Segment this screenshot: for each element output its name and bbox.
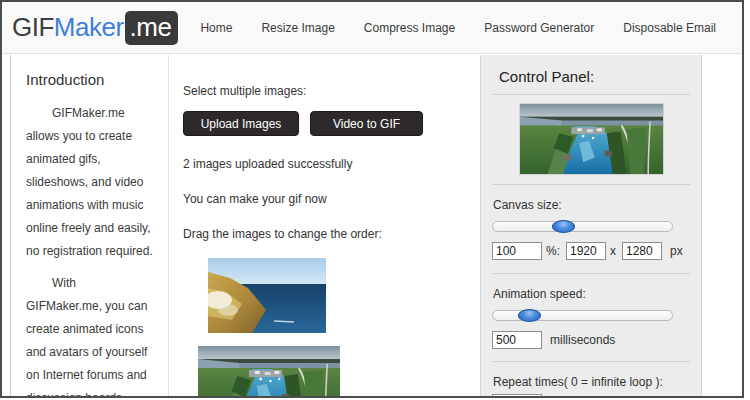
- speed-milliseconds-input[interactable]: [492, 331, 542, 349]
- nav-disposable-email[interactable]: Disposable Email: [623, 21, 716, 35]
- control-panel-title: Control Panel:: [499, 68, 690, 85]
- canvas-size-inputs: %: x px: [492, 242, 690, 260]
- main-nav: Home Resize Image Compress Image Passwor…: [200, 21, 744, 35]
- upload-buttons-row: Upload Images Video to GIF: [183, 111, 480, 136]
- animation-speed-slider[interactable]: [492, 310, 673, 321]
- times-x-label: x: [610, 244, 616, 258]
- browser-window: GIFMaker.me Home Resize Image Compress I…: [0, 0, 744, 398]
- select-images-label: Select multiple images:: [183, 84, 480, 98]
- logo-part-maker: Maker: [54, 12, 124, 42]
- px-label: px: [670, 244, 683, 258]
- times-label: times: [550, 396, 579, 398]
- logo-part-me: .me: [125, 11, 179, 45]
- repeat-times-input[interactable]: [492, 394, 542, 398]
- gif-preview-image: [519, 103, 664, 175]
- control-panel: Control Panel: Ca: [480, 55, 702, 398]
- divider: [492, 273, 690, 274]
- nav-compress-image[interactable]: Compress Image: [364, 21, 455, 35]
- canvas-size-slider[interactable]: [492, 221, 673, 232]
- canvas-size-label: Canvas size:: [493, 198, 690, 212]
- video-to-gif-button[interactable]: Video to GIF: [310, 111, 423, 136]
- animation-speed-label: Animation speed:: [493, 287, 690, 301]
- logo-part-gif: GIF: [12, 12, 54, 42]
- thumbnail-coastal-cliff[interactable]: [208, 258, 326, 333]
- canvas-width-input[interactable]: [566, 242, 606, 260]
- nav-password-generator[interactable]: Password Generator: [484, 21, 594, 35]
- ready-status-text: You can make your gif now: [183, 192, 480, 206]
- divider: [492, 361, 690, 362]
- introduction-sidebar: Introduction GIFMaker.me allows you to c…: [10, 55, 168, 398]
- nav-resize-image[interactable]: Resize Image: [261, 21, 334, 35]
- repeat-times-inputs: times: [492, 394, 690, 398]
- site-logo[interactable]: GIFMaker.me: [12, 12, 178, 43]
- nav-home[interactable]: Home: [200, 21, 232, 35]
- repeat-times-label: Repeat times( 0 = infinite loop ):: [493, 375, 690, 389]
- milliseconds-label: milliseconds: [550, 333, 615, 347]
- divider: [492, 94, 690, 95]
- site-header: GIFMaker.me Home Resize Image Compress I…: [2, 2, 742, 54]
- divider: [492, 184, 690, 185]
- canvas-size-slider-handle[interactable]: [552, 220, 575, 233]
- upload-images-button[interactable]: Upload Images: [183, 111, 299, 136]
- canvas-percent-input[interactable]: [492, 242, 542, 260]
- thumbnail-aerial-river[interactable]: [198, 346, 340, 398]
- animation-speed-inputs: milliseconds: [492, 331, 690, 349]
- percent-label: %:: [546, 244, 560, 258]
- upload-area: Select multiple images: Upload Images Vi…: [168, 55, 480, 398]
- canvas-height-input[interactable]: [622, 242, 662, 260]
- upload-status-text: 2 images uploaded successfully: [183, 157, 480, 171]
- animation-speed-slider-handle[interactable]: [518, 309, 541, 322]
- sidebar-paragraph: With GIFMaker.me, you can create animate…: [26, 272, 155, 398]
- sidebar-paragraph: GIFMaker.me allows you to create animate…: [26, 102, 155, 263]
- sidebar-title: Introduction: [26, 71, 155, 88]
- drag-order-label: Drag the images to change the order:: [183, 227, 480, 241]
